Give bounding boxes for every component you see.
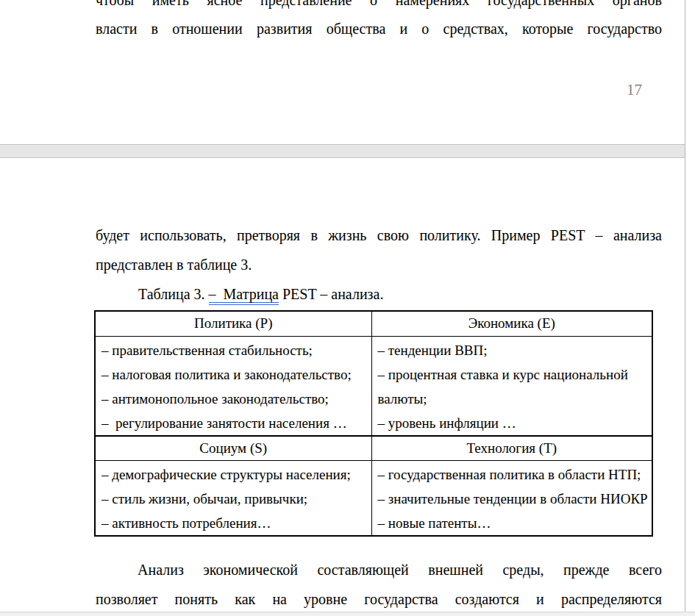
page-17-paragraph: чтобы иметь ясное представление о намере… (96, 0, 662, 43)
caption-prefix: Таблица 3. (138, 286, 209, 302)
list-item: – демографические структуры населения; (101, 462, 370, 487)
list-item: – государственная политика в области НТП… (378, 462, 651, 487)
list-item: – уровень инфляции … (378, 411, 651, 435)
table-body-row: – демографические структуры населения; –… (95, 461, 652, 537)
paragraph-line: будет использовать, претворяя в жизнь св… (96, 221, 662, 250)
paragraph-line: Анализ экономической составляющей внешне… (96, 555, 662, 584)
table-header-row: Социум (S) Технология (T) (95, 436, 652, 461)
list-item: – правительственная стабильность; (101, 338, 370, 362)
list-item: – процентная ставка и курс национальной (378, 362, 651, 387)
analysis-paragraph: Анализ экономической составляющей внешне… (96, 555, 662, 614)
economics-cell: – тенденции ВВП; – процентная ставка и к… (371, 336, 652, 436)
society-cell: – демографические структуры населения; –… (95, 461, 371, 537)
page-18: будет использовать, претворяя в жизнь св… (0, 158, 685, 616)
header-cell-society: Социум (S) (95, 436, 371, 461)
horizontal-scrollbar-track[interactable] (0, 612, 695, 616)
page-17: чтобы иметь ясное представление о намере… (0, 0, 685, 145)
politics-cell: – правительственная стабильность; – нало… (95, 336, 371, 436)
table-body-row: – правительственная стабильность; – нало… (95, 336, 652, 436)
header-cell-technology: Технология (T) (371, 436, 652, 461)
caption-tracked-change: – Матрица (209, 286, 279, 305)
table-caption: Таблица 3. – Матрица PEST – анализа. (96, 279, 662, 309)
list-item: – регулирование занятости населения … (101, 411, 370, 435)
list-item: – активность потребления… (101, 511, 370, 535)
header-cell-politics: Политика (P) (95, 311, 371, 336)
list-item: – новые патенты… (378, 511, 651, 535)
paragraph-line: власти в отношении развития общества и о… (96, 15, 662, 43)
document-viewport: чтобы иметь ясное представление о намере… (0, 0, 685, 616)
list-item: – значительные тенденции в области НИОКР (378, 487, 651, 511)
list-item: – тенденции ВВП; (378, 338, 651, 362)
list-item: – стиль жизни, обычаи, привычки; (101, 487, 370, 511)
list-item: – антимонопольное законодательство; (101, 387, 370, 411)
header-cell-economics: Экономика (E) (371, 311, 652, 336)
page-break-gap (0, 145, 685, 158)
list-item: валюты; (378, 387, 651, 411)
page-number: 17 (627, 81, 642, 99)
list-item: – налоговая политика и законодательство; (101, 362, 370, 387)
caption-suffix: PEST – анализа. (279, 286, 383, 302)
technology-cell: – государственная политика в области НТП… (371, 461, 652, 537)
intro-paragraph: будет использовать, претворяя в жизнь св… (96, 221, 662, 279)
paragraph-line: позволяет понять как на уровне государст… (96, 584, 662, 614)
paragraph-line: представлен в таблице 3. (96, 250, 662, 279)
pest-matrix-table: Политика (P) Экономика (E) – правительст… (94, 310, 653, 537)
table-header-row: Политика (P) Экономика (E) (95, 311, 652, 336)
paragraph-line: чтобы иметь ясное представление о намере… (96, 0, 662, 15)
